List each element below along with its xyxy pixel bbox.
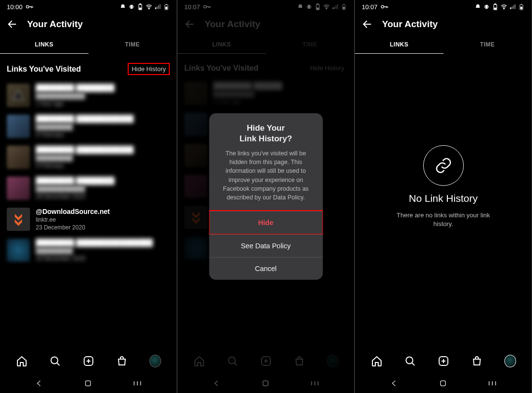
tab-time[interactable]: TIME <box>89 35 177 54</box>
link-sub: █████████ <box>36 123 170 130</box>
new-post-icon[interactable] <box>438 355 449 367</box>
svg-rect-7 <box>166 4 167 4</box>
link-thumbnail <box>7 177 30 200</box>
vpn-key-icon <box>26 4 33 9</box>
home-icon[interactable] <box>16 355 28 367</box>
tabs: LINKS TIME <box>355 35 532 54</box>
link-thumbnail <box>7 239 30 262</box>
link-date: 9 February <box>36 162 170 169</box>
vibrate-icon <box>128 3 135 10</box>
link-item[interactable]: ████████ ████████████████ █████████ 10 D… <box>0 235 177 266</box>
link-icon <box>423 145 464 186</box>
profile-avatar[interactable] <box>504 355 516 367</box>
tab-links[interactable]: LINKS <box>0 35 89 54</box>
svg-rect-3 <box>140 4 141 5</box>
header: Your Activity <box>0 14 177 35</box>
battery-icon <box>137 3 144 10</box>
link-item[interactable]: ████████ ████████ ████████████ 1 hour ag… <box>0 80 177 111</box>
battery-2-icon <box>163 3 170 10</box>
sys-recent[interactable] <box>132 378 143 389</box>
link-title: @DownloadSource.net <box>36 208 170 215</box>
svg-rect-32 <box>520 6 522 9</box>
bottom-nav <box>0 348 177 374</box>
svg-point-0 <box>26 5 29 8</box>
sys-back[interactable] <box>389 378 399 389</box>
screen-3: 10:07 Your Activity LINKS TIME No Link H… <box>355 0 532 393</box>
section-header: Links You've Visited Hide History <box>0 54 177 80</box>
svg-rect-31 <box>521 4 522 4</box>
svg-rect-28 <box>494 8 496 9</box>
svg-point-29 <box>503 8 504 9</box>
link-date: 1 hour ago <box>36 100 170 107</box>
hide-history-button[interactable]: Hide History <box>128 63 170 75</box>
hide-history-dialog: Hide Your Link History? The links you've… <box>209 113 323 280</box>
tab-links[interactable]: LINKS <box>355 35 443 54</box>
back-button[interactable] <box>7 19 17 30</box>
status-time: 10:00 <box>7 3 23 11</box>
svg-rect-4 <box>139 8 141 9</box>
shop-icon[interactable] <box>471 355 483 367</box>
link-title: ████████ ████████ <box>36 84 170 91</box>
status-bar: 10:07 <box>355 0 532 14</box>
sys-home[interactable] <box>83 378 93 389</box>
svg-rect-8 <box>165 6 167 9</box>
status-time: 10:07 <box>362 3 378 11</box>
sys-recent[interactable] <box>487 378 498 389</box>
section-title: Links You've Visited <box>7 65 81 74</box>
link-thumbnail <box>7 115 30 138</box>
link-item-downloadsource[interactable]: @DownloadSource.net linktr.ee 23 Decembe… <box>0 204 177 235</box>
page-title: Your Activity <box>27 19 83 30</box>
vibrate-icon <box>483 3 490 10</box>
system-nav <box>0 374 177 393</box>
dialog-data-policy-button[interactable]: See Data Policy <box>209 234 323 257</box>
signal-icon <box>154 3 161 10</box>
tabs: LINKS TIME <box>0 35 177 54</box>
vpn-key-icon <box>381 4 388 9</box>
empty-state: No Link History There are no links withi… <box>355 54 532 348</box>
svg-point-24 <box>381 5 384 8</box>
svg-point-9 <box>51 357 58 364</box>
sys-back[interactable] <box>34 378 44 389</box>
link-sub: ████████████ <box>36 92 170 99</box>
alarm-icon <box>119 3 126 10</box>
tab-time[interactable]: TIME <box>443 35 532 54</box>
search-icon[interactable] <box>404 355 416 367</box>
new-post-icon[interactable] <box>83 355 94 367</box>
profile-avatar[interactable] <box>149 355 161 367</box>
dialog-body: The links you've visited will be hidden … <box>209 147 323 211</box>
svg-rect-35 <box>441 381 446 386</box>
search-icon[interactable] <box>49 355 61 367</box>
svg-rect-27 <box>495 4 496 5</box>
signal-icon <box>509 3 516 10</box>
link-item[interactable]: ████████ ████████████ █████████ 9 Februa… <box>0 142 177 173</box>
battery-2-icon <box>518 3 525 10</box>
svg-rect-11 <box>86 381 91 386</box>
dialog-hide-button[interactable]: Hide <box>209 211 322 234</box>
screen-2: 10:07 Your Activity LINKS TIME Links You… <box>177 0 354 393</box>
link-date: 9 February <box>36 131 170 138</box>
header: Your Activity <box>355 14 532 35</box>
empty-subtitle: There are no links within your link hist… <box>395 211 492 228</box>
wifi-icon <box>501 3 507 10</box>
sys-home[interactable] <box>438 378 448 389</box>
link-sub: █████████ <box>36 154 170 161</box>
svg-rect-25 <box>486 5 488 9</box>
screen-1: 10:00 Your Activity LINKS TIME Links You… <box>0 0 177 393</box>
link-sub: ████████████ <box>36 185 170 192</box>
svg-point-5 <box>148 8 149 9</box>
system-nav <box>355 374 532 393</box>
link-date: 28 December 2020 <box>36 193 170 200</box>
shop-icon[interactable] <box>116 355 128 367</box>
link-item[interactable]: ████████ ████████ ████████████ 28 Decemb… <box>0 173 177 204</box>
home-icon[interactable] <box>371 355 383 367</box>
status-bar: 10:00 <box>0 0 177 14</box>
battery-icon <box>492 3 499 10</box>
link-thumbnail <box>7 208 30 231</box>
wifi-icon <box>146 3 152 10</box>
link-item[interactable]: ████████ ████████████ █████████ 9 Februa… <box>0 111 177 142</box>
link-title: ████████ ████████ <box>36 177 170 184</box>
back-button[interactable] <box>362 19 372 30</box>
link-list: ████████ ████████ ████████████ 1 hour ag… <box>0 80 177 348</box>
dialog-cancel-button[interactable]: Cancel <box>209 257 323 280</box>
link-date: 10 December 2020 <box>36 255 170 262</box>
